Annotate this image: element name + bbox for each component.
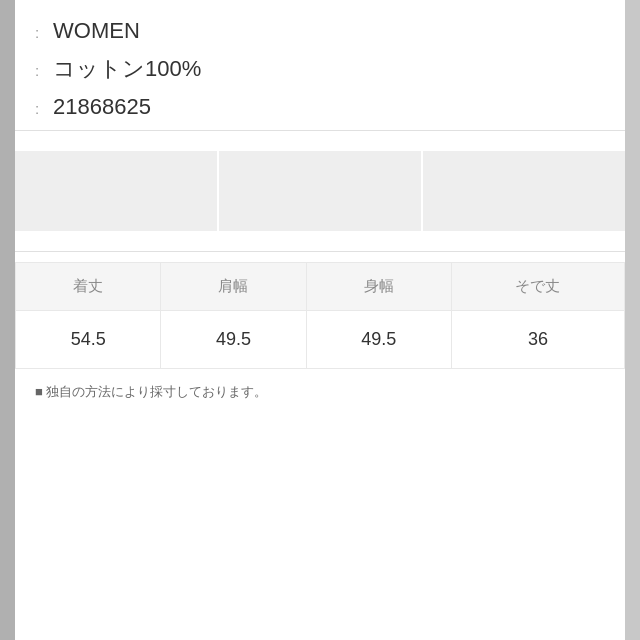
cell-mihaba: 49.5 xyxy=(306,311,451,369)
cell-katahaba: 49.5 xyxy=(161,311,306,369)
color-swatches-row xyxy=(15,141,625,241)
cell-sodedake: 36 xyxy=(451,311,624,369)
info-section: : WOMEN : コットン100% : 21868625 xyxy=(15,0,625,120)
swatch-cell-1[interactable] xyxy=(15,151,217,231)
cell-kittake: 54.5 xyxy=(16,311,161,369)
id-row: : 21868625 xyxy=(35,94,605,120)
divider-middle xyxy=(15,251,625,252)
id-value: 21868625 xyxy=(53,94,151,120)
header-sodedake: そで丈 xyxy=(451,263,624,311)
footer-prefix: ■ xyxy=(35,384,43,399)
swatch-cell-3[interactable] xyxy=(423,151,625,231)
size-table-header-row: 着丈 肩幅 身幅 そで丈 xyxy=(16,263,625,311)
header-mihabа: 身幅 xyxy=(306,263,451,311)
footer-text: ■ 独自の方法により採寸しております。 xyxy=(15,369,625,415)
header-katahaba: 肩幅 xyxy=(161,263,306,311)
size-table: 着丈 肩幅 身幅 そで丈 54.5 49.5 49.5 36 xyxy=(15,262,625,369)
size-table-data-row: 54.5 49.5 49.5 36 xyxy=(16,311,625,369)
footer-content: 独自の方法により採寸しております。 xyxy=(46,384,267,399)
id-label: : xyxy=(35,100,45,117)
category-label: : xyxy=(35,24,45,41)
divider-top xyxy=(15,130,625,131)
main-card: : WOMEN : コットン100% : 21868625 着丈 肩幅 身幅 そ… xyxy=(15,0,625,640)
left-sidebar-bar xyxy=(0,0,15,640)
material-value: コットン100% xyxy=(53,54,201,84)
material-label: : xyxy=(35,62,45,79)
material-row: : コットン100% xyxy=(35,54,605,84)
category-value: WOMEN xyxy=(53,18,140,44)
swatch-cell-2[interactable] xyxy=(219,151,421,231)
category-row: : WOMEN xyxy=(35,18,605,44)
header-kittake: 着丈 xyxy=(16,263,161,311)
